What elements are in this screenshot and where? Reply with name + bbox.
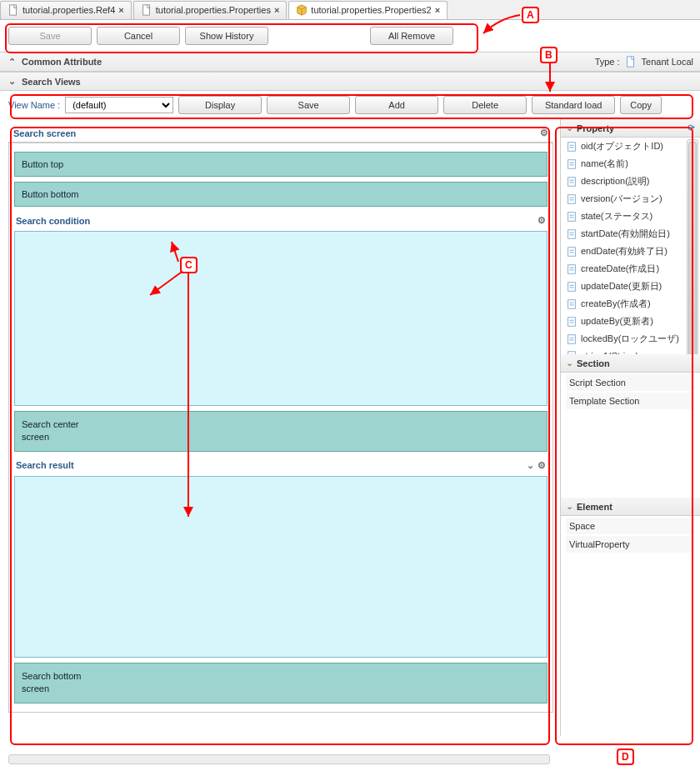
tab-properties2[interactable]: tutorial.properties.Properties2 × [288,1,448,19]
property-label: name(名前) [581,158,628,170]
panel-title: Section [577,358,610,368]
section-item[interactable]: Script Section [566,374,695,391]
refresh-icon[interactable]: ⟳ [688,123,695,133]
search-condition-area[interactable] [14,231,548,406]
delete-view-button[interactable]: Delete [443,96,527,114]
search-screen-column: Search screen ⚙ Button top Button bottom… [0,119,560,736]
property-item[interactable]: lockedBy(ロックユーザ) [561,330,700,348]
tab-ref4[interactable]: tutorial.properties.Ref4 × [0,1,132,19]
property-icon [566,281,578,293]
gear-icon[interactable]: ⚙ [538,460,546,471]
close-icon[interactable]: × [118,5,123,15]
search-bottom-slot[interactable]: Search bottom screen [14,663,548,703]
property-panel-header[interactable]: ⌄ Property ⟳ [561,119,700,138]
close-icon[interactable]: × [274,5,279,15]
property-item[interactable]: startDate(有効開始日) [561,225,700,243]
copy-view-button[interactable]: Copy [620,96,662,114]
display-button[interactable]: Display [178,96,262,114]
svg-rect-14 [568,194,576,203]
svg-rect-32 [568,299,576,308]
property-icon [566,333,578,345]
add-view-button[interactable]: Add [355,96,438,114]
svg-rect-41 [568,352,576,354]
search-center-slot[interactable]: Search center screen [14,411,548,452]
tab-bar: tutorial.properties.Ref4 × tutorial.prop… [0,0,700,20]
tab-properties[interactable]: tutorial.properties.Properties × [133,1,288,19]
property-label: endDate(有効終了日) [581,245,668,258]
file-icon [8,4,19,16]
section-item[interactable]: Template Section [566,393,695,409]
main-toolbar: Save Cancel Show History All Remove [0,20,700,52]
search-views-toolbar: View Name : (default) Display Save Add D… [0,91,700,119]
expand-icon: ⌄ [566,358,573,368]
property-item[interactable]: updateDate(更新日) [561,278,700,295]
property-item[interactable]: name(名前) [561,155,700,173]
cancel-button[interactable]: Cancel [97,27,180,45]
property-label: updateBy(更新者) [581,315,653,328]
property-label: version(バージョン) [581,193,662,205]
save-view-button[interactable]: Save [267,96,350,114]
close-icon[interactable]: × [435,5,440,15]
property-item[interactable]: description(説明) [561,173,700,190]
file-icon [141,4,152,16]
slot-line1: Search bottom [22,670,540,683]
search-views-header[interactable]: ⌄ Search Views [0,72,700,91]
sub-title-label: Search condition [16,216,90,226]
search-result-header: Search result ⌄ ⚙ [12,457,549,473]
scrollbar-vertical[interactable] [687,139,698,354]
common-attribute-header[interactable]: ⌃ Common Attribute Type : Tenant Local [0,52,700,72]
property-item[interactable]: createBy(作成者) [561,295,700,313]
gear-icon[interactable]: ⚙ [540,128,548,138]
all-remove-button[interactable]: All Remove [370,27,453,45]
property-item[interactable]: string1(String) [561,348,700,354]
save-button[interactable]: Save [8,27,92,45]
svg-rect-20 [568,229,576,238]
chevron-down-icon[interactable]: ⌄ [527,460,534,471]
main-content: Search screen ⚙ Button top Button bottom… [0,119,700,736]
property-icon [566,263,578,275]
slot-line2: screen [22,683,540,695]
property-icon [566,141,578,153]
property-item[interactable]: updateBy(更新者) [561,313,700,330]
standard-load-button[interactable]: Standard load [532,96,615,114]
svg-rect-35 [568,317,576,326]
svg-rect-17 [568,212,576,221]
cube-icon [296,4,308,16]
search-result-area[interactable] [14,476,548,658]
button-bottom-slot[interactable]: Button bottom [14,182,548,207]
property-item[interactable]: createDate(作成日) [561,260,700,278]
section-list: Script SectionTemplate Section [561,373,700,498]
section-panel-header[interactable]: ⌄ Section [561,354,700,373]
property-icon [566,176,578,188]
search-screen-panel: Button top Button bottom Search conditio… [8,143,553,713]
type-value: Tenant Local [642,57,693,67]
property-icon [566,228,578,240]
property-icon [566,298,578,310]
property-item[interactable]: endDate(有効終了日) [561,243,700,260]
button-top-slot[interactable]: Button top [14,152,548,177]
svg-rect-38 [568,334,576,343]
element-item[interactable]: Space [566,518,695,534]
property-item[interactable]: oid(オブジェクトID) [561,138,700,155]
expand-icon: ⌄ [566,501,573,512]
file-icon [625,56,637,68]
show-history-button[interactable]: Show History [185,27,268,45]
property-label: updateDate(更新日) [581,280,662,293]
property-label: lockedBy(ロックユーザ) [581,333,679,345]
property-item[interactable]: version(バージョン) [561,190,700,208]
element-panel-header[interactable]: ⌄ Element [561,498,700,516]
scrollbar-horizontal[interactable] [8,754,550,764]
element-item[interactable]: VirtualProperty [566,536,695,553]
expand-icon: ⌄ [7,76,17,87]
gear-icon[interactable]: ⚙ [538,215,546,226]
tab-label: tutorial.properties.Properties [156,5,271,15]
property-list: oid(オブジェクトID)name(名前)description(説明)vers… [561,138,700,354]
property-item[interactable]: state(ステータス) [561,208,700,225]
svg-rect-4 [627,57,633,67]
expand-icon: ⌄ [566,123,573,133]
search-screen-title-row: Search screen ⚙ [8,124,553,143]
view-name-select[interactable]: (default) [65,97,173,113]
svg-rect-23 [568,247,576,256]
property-icon [566,246,578,258]
sub-title-label: Search result [16,460,74,470]
